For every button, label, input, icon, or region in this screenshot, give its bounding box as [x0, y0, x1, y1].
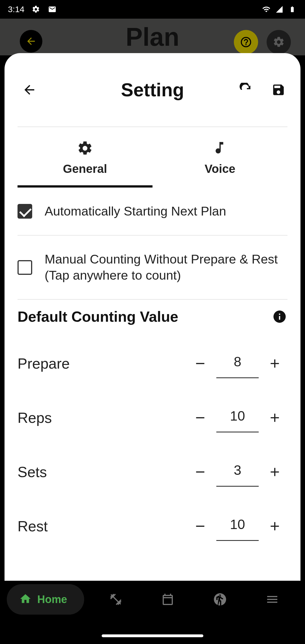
stepper-value[interactable]: 8 [216, 349, 259, 378]
check-auto-start[interactable]: Automatically Starting Next Plan [5, 188, 300, 235]
check-label: Manual Counting Without Prepare & Rest (… [45, 251, 287, 283]
nav-home[interactable]: Home [7, 584, 84, 615]
stepper-value[interactable]: 3 [216, 457, 259, 487]
android-status-bar: 3:14 [0, 0, 305, 19]
tab-voice[interactable]: Voice [152, 127, 287, 188]
backdrop-settings-button [267, 30, 291, 54]
stepper-reps: Reps 10 [5, 391, 300, 445]
settings-sheet: Setting General Voice Automatically [5, 53, 300, 581]
checkbox-icon [18, 260, 32, 275]
backdrop-back-button [20, 30, 42, 53]
tab-label: Voice [205, 162, 236, 176]
gear-icon [77, 140, 93, 156]
decrement-button[interactable] [188, 459, 213, 485]
stepper-label: Prepare [18, 355, 188, 372]
info-button[interactable] [272, 309, 287, 325]
signal-icon [274, 5, 284, 14]
nav-calendar[interactable] [160, 592, 175, 607]
wifi-icon [262, 5, 271, 14]
backdrop-help-button [234, 30, 258, 54]
tab-general[interactable]: General [18, 127, 152, 188]
backdrop-plan-screen: Plan [0, 19, 305, 55]
checkbox-icon [18, 204, 32, 219]
status-time: 3:14 [8, 5, 24, 14]
check-label: Automatically Starting Next Plan [45, 203, 226, 219]
stepper-prepare: Prepare 8 [5, 336, 300, 391]
sheet-title: Setting [121, 79, 184, 101]
increment-button[interactable] [262, 514, 287, 539]
back-button[interactable] [21, 82, 37, 98]
stepper-label: Sets [18, 464, 188, 480]
decrement-button[interactable] [188, 405, 213, 430]
backdrop-title: Plan [126, 23, 179, 52]
nav-workouts[interactable] [108, 592, 123, 607]
decrement-button[interactable] [188, 514, 213, 539]
nav-label: Home [37, 593, 67, 606]
bottom-nav: Home [0, 581, 305, 618]
increment-button[interactable] [262, 351, 287, 376]
sheet-header: Setting [5, 53, 300, 127]
tab-label: General [63, 162, 107, 176]
stepper-label: Rest [18, 518, 188, 535]
stepper-sets: Sets 3 [5, 445, 300, 499]
check-manual-counting[interactable]: Manual Counting Without Prepare & Rest (… [5, 236, 300, 299]
gear-icon [31, 5, 41, 14]
decrement-button[interactable] [188, 351, 213, 376]
increment-button[interactable] [262, 459, 287, 485]
home-icon [19, 593, 32, 606]
stepper-value[interactable]: 10 [216, 512, 259, 541]
stepper-rest: Rest 10 [5, 499, 300, 553]
section-title: Default Counting Value [18, 308, 178, 325]
increment-button[interactable] [262, 405, 287, 430]
battery-icon [287, 5, 297, 14]
save-button[interactable] [271, 82, 286, 98]
section-header: Default Counting Value [5, 300, 300, 336]
tabs: General Voice [18, 127, 287, 188]
messages-icon [47, 5, 57, 14]
nav-menu[interactable] [265, 592, 280, 607]
stepper-label: Reps [18, 409, 188, 426]
nav-activity[interactable] [212, 592, 228, 607]
gesture-bar [102, 634, 203, 637]
stepper-value[interactable]: 10 [216, 403, 259, 432]
refresh-button[interactable] [238, 82, 254, 98]
music-note-icon [212, 140, 228, 156]
